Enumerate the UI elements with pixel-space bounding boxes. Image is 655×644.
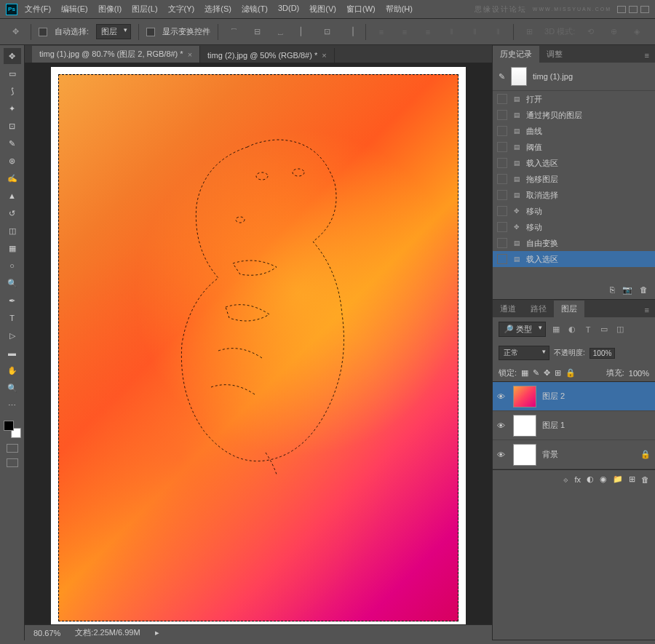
lock-pixels-icon[interactable]: ✎ (533, 368, 539, 378)
filter-dropdown[interactable]: 🔎 类型 (499, 322, 546, 337)
history-item[interactable]: ▤自由变换 (493, 235, 655, 251)
history-item[interactable]: ▤拖移图层 (493, 171, 655, 187)
gradient-tool[interactable]: ▦ (4, 240, 21, 256)
history-item[interactable]: ▤取消选择 (493, 187, 655, 203)
visibility-icon[interactable]: 👁 (497, 392, 507, 401)
zoom-tool[interactable]: 🔍 (4, 380, 21, 396)
screenmode-toggle[interactable] (7, 458, 18, 467)
link-icon[interactable]: ⟐ (563, 475, 568, 484)
move-tool-icon[interactable]: ✥ (7, 24, 23, 40)
lock-artboard-icon[interactable]: ⊞ (555, 368, 561, 378)
shape-tool[interactable]: ▬ (4, 345, 21, 361)
path-tool[interactable]: ▷ (4, 327, 21, 343)
history-item[interactable]: ▤阈值 (493, 139, 655, 155)
menu-type[interactable]: 文字(Y) (168, 4, 195, 15)
layer-row[interactable]: 👁 图层 1 (493, 411, 655, 440)
menu-3d[interactable]: 3D(D) (278, 4, 299, 15)
auto-select-target[interactable]: 图层 (96, 24, 131, 39)
history-item[interactable]: ▤通过拷贝的图层 (493, 107, 655, 123)
close-button[interactable] (640, 6, 649, 13)
delete-layer-icon[interactable]: 🗑 (641, 475, 649, 484)
fx-icon[interactable]: fx (574, 475, 581, 484)
layer-name[interactable]: 图层 2 (542, 391, 565, 402)
history-item[interactable]: ✥移动 (493, 203, 655, 219)
document-tab-active[interactable]: timg (1).jpg @ 80.7% (图层 2, RGB/8#) * × (32, 46, 200, 63)
crop-tool[interactable]: ⊡ (4, 118, 21, 134)
menu-file[interactable]: 文件(F) (25, 4, 51, 15)
history-tab[interactable]: 历史记录 (493, 46, 539, 63)
new-snapshot-icon[interactable]: ⎘ (610, 285, 615, 294)
eraser-tool[interactable]: ◫ (4, 223, 21, 239)
align-left-icon[interactable]: ▏ (295, 24, 311, 40)
menu-select[interactable]: 选择(S) (205, 4, 231, 15)
type-tool[interactable]: T (4, 310, 21, 326)
layers-tab[interactable]: 图层 (554, 301, 584, 317)
filter-adjust-icon[interactable]: ◐ (566, 324, 578, 335)
stamp-tool[interactable]: ▲ (4, 188, 21, 204)
opacity-value[interactable]: 100% (590, 348, 616, 359)
blur-tool[interactable]: ○ (4, 258, 21, 274)
menu-layer[interactable]: 图层(L) (132, 4, 157, 15)
history-brush-tool[interactable]: ↺ (4, 205, 21, 221)
adjust-tab[interactable]: 调整 (539, 46, 570, 63)
fg-color[interactable] (4, 421, 14, 431)
panel-menu-icon[interactable]: ≡ (639, 303, 655, 317)
history-item[interactable]: ▤曲线 (493, 123, 655, 139)
lock-transparency-icon[interactable]: ▦ (521, 368, 528, 378)
move-tool[interactable]: ✥ (4, 48, 21, 64)
menu-window[interactable]: 窗口(W) (346, 4, 376, 15)
panel-menu-icon[interactable]: ≡ (639, 48, 655, 63)
history-item[interactable]: ▤打开 (493, 91, 655, 107)
auto-select-checkbox[interactable] (39, 28, 47, 36)
layer-thumb[interactable] (513, 444, 536, 466)
layer-name[interactable]: 背景 (542, 449, 558, 460)
layer-thumb[interactable] (513, 386, 536, 408)
quickmask-toggle[interactable] (7, 444, 18, 453)
visibility-icon[interactable]: 👁 (497, 450, 507, 459)
hand-tool[interactable]: ✋ (4, 362, 21, 378)
align-right-icon[interactable]: ▕ (342, 24, 358, 40)
layer-name[interactable]: 图层 1 (542, 420, 565, 431)
adjustment-layer-icon[interactable]: ◉ (600, 474, 607, 484)
group-icon[interactable]: 📁 (613, 474, 623, 484)
align-top-icon[interactable]: ⎴ (226, 24, 242, 40)
minimize-button[interactable] (617, 6, 626, 13)
close-tab-icon[interactable]: × (322, 51, 326, 60)
filter-type-icon[interactable]: T (582, 324, 594, 335)
menu-help[interactable]: 帮助(H) (386, 4, 413, 15)
history-item[interactable]: ✥移动 (493, 219, 655, 235)
show-transform-checkbox[interactable] (146, 28, 155, 36)
blend-mode-dropdown[interactable]: 正常 (499, 346, 549, 360)
lock-position-icon[interactable]: ✥ (544, 368, 550, 378)
filter-shape-icon[interactable]: ▭ (598, 324, 610, 335)
trash-icon[interactable]: 🗑 (640, 285, 648, 294)
history-item[interactable]: ▤载入选区 (493, 155, 655, 171)
filter-pixel-icon[interactable]: ▦ (550, 324, 562, 335)
dodge-tool[interactable]: 🔍 (4, 275, 21, 291)
status-menu-icon[interactable]: ▸ (155, 628, 159, 637)
close-tab-icon[interactable]: × (188, 50, 192, 59)
history-item-current[interactable]: ▤载入选区 (493, 251, 655, 267)
history-snapshot[interactable]: ✎ timg (1).jpg (493, 63, 655, 91)
brush-tool[interactable]: ✍ (4, 170, 21, 186)
eyedropper-tool[interactable]: ✎ (4, 135, 21, 151)
healing-tool[interactable]: ⊛ (4, 153, 21, 169)
menu-edit[interactable]: 编辑(E) (61, 4, 88, 15)
filter-smart-icon[interactable]: ◫ (614, 324, 626, 335)
align-vcenter-icon[interactable]: ⊟ (249, 24, 265, 40)
layer-row[interactable]: 👁 图层 2 (493, 382, 655, 411)
zoom-value[interactable]: 80.67% (33, 629, 60, 637)
paths-tab[interactable]: 路径 (523, 301, 554, 317)
canvas[interactable] (51, 67, 466, 624)
more-tools[interactable]: ⋯ (4, 397, 21, 413)
layer-row[interactable]: 👁 背景 🔒 (493, 440, 655, 469)
marquee-tool[interactable]: ▭ (4, 65, 21, 82)
align-bottom-icon[interactable]: ⎵ (272, 24, 288, 40)
layer-thumb[interactable] (513, 415, 536, 437)
wand-tool[interactable]: ✦ (4, 100, 21, 116)
menu-image[interactable]: 图像(I) (98, 4, 122, 15)
channels-tab[interactable]: 通道 (493, 301, 523, 317)
mask-icon[interactable]: ◐ (587, 474, 594, 484)
maximize-button[interactable] (629, 6, 638, 13)
document-tab-inactive[interactable]: timg (2).jpg @ 50% (RGB/8#) * × (200, 48, 335, 63)
